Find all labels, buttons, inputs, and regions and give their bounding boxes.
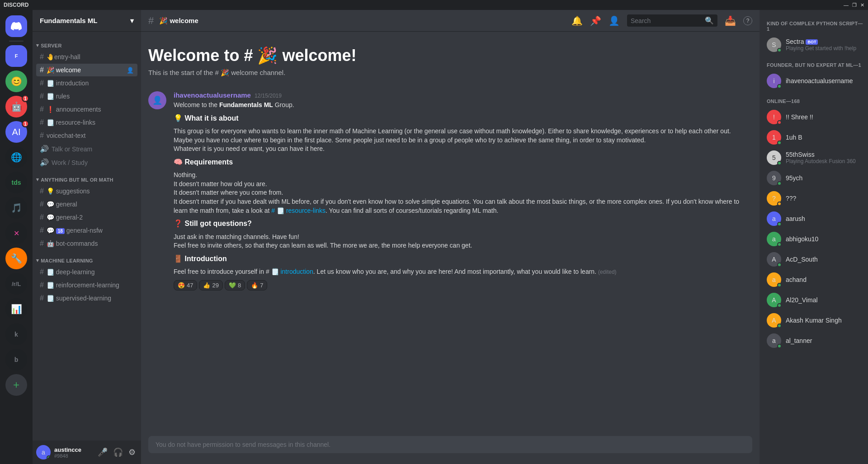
maximize-button[interactable]: ❐ [852, 2, 857, 8]
channel-hash-icon: # [40, 53, 44, 61]
search-icon: 🔍 [705, 16, 714, 25]
channel-supervised-learning[interactable]: # 🗒️ supervised-learning [36, 292, 137, 305]
channel-voicechat-text[interactable]: # voicechat-text [36, 129, 137, 142]
channel-welcome[interactable]: # 🎉 welcome 👤 [36, 64, 137, 76]
add-server-button[interactable]: + [5, 374, 27, 396]
member-avatar-aarush: a [767, 211, 781, 226]
member-info-abhigoku10: abhigoku10 [786, 235, 861, 243]
reaction-heart-eyes[interactable]: 😍47 [174, 280, 197, 291]
member-al20-vimal[interactable]: A Al20_Vimal [763, 290, 864, 310]
server-icon-2[interactable]: 😊 [5, 70, 27, 92]
user-settings-button[interactable]: ⚙ [127, 445, 137, 459]
members-icon[interactable]: 👤 [609, 15, 620, 26]
member-avatar-abhigoku10: a [767, 232, 781, 246]
channel-talk-or-stream[interactable]: 🔊 Talk or Stream [36, 142, 137, 155]
reaction-fire[interactable]: 🔥7 [247, 280, 267, 291]
server-icon-discord[interactable] [5, 15, 27, 37]
channel-hash-icon-announce: # [40, 105, 44, 113]
search-input[interactable] [631, 17, 701, 24]
category-ml[interactable]: ▾ MACHINE LEARNING [33, 250, 141, 265]
window-controls: — ❐ ✕ [844, 2, 864, 8]
member-qqq[interactable]: ? ??? [763, 188, 864, 208]
welcome-title: Welcome to # 🎉 welcome! [148, 46, 752, 65]
member-name-aarush: aarush [786, 215, 861, 222]
channel-hash-icon-supervised: # [40, 294, 44, 302]
microphone-button[interactable]: 🎤 [96, 445, 109, 459]
help-icon[interactable]: ? [743, 16, 752, 25]
member-shree[interactable]: ! !! Shree !! [763, 107, 864, 127]
member-1uh-b[interactable]: 1 1uh B [763, 127, 864, 147]
channel-announcements[interactable]: # ❗ announcements [36, 103, 137, 116]
special-members-title: KIND OF COMPLEX PYTHON SCRIPT—1 [760, 14, 868, 34]
server-icon-13[interactable]: b [5, 349, 27, 370]
al-tanner-status-dot [777, 344, 782, 348]
close-button[interactable]: ✕ [860, 2, 864, 8]
channel-header: # 🎉 welcome 🔔 📌 👤 🔍 📥 ? [141, 10, 760, 32]
server-icon-8[interactable]: ✕ [5, 222, 27, 244]
member-name-95ych: 95ych [786, 174, 861, 182]
minimize-button[interactable]: — [844, 2, 849, 8]
member-info-achand: achand [786, 276, 861, 283]
member-aarush[interactable]: a aarush [763, 209, 864, 229]
reaction-thumbsup[interactable]: 👍29 [199, 280, 222, 291]
server-icon-9[interactable]: 🔧 [5, 248, 27, 269]
channel-bot-commands[interactable]: # 🤖 bot-commands [36, 237, 137, 250]
ihavenoactual-status-dot [777, 84, 782, 89]
member-acd-south[interactable]: A AcD_South [763, 249, 864, 269]
server-icon-fundamentals[interactable]: F [5, 45, 27, 67]
user-area: a austincce #9848 🎤 🎧 ⚙ [33, 441, 141, 464]
channel-suggestions[interactable]: # 💡 suggestions [36, 185, 137, 197]
member-95ych[interactable]: 9 95ych [763, 168, 864, 188]
server-icon-5[interactable]: 🌐 [5, 146, 27, 168]
member-name-acd-south: AcD_South [786, 256, 861, 263]
channel-hash-icon-intro: # [40, 79, 44, 87]
message-header: ihavenoactualusername 12/15/2019 [174, 91, 752, 99]
channel-resource-links[interactable]: # 🗒️ resource-links [36, 116, 137, 129]
channel-introduction[interactable]: # 🗒️ introduction [36, 77, 137, 89]
channel-voice-icon-talk: 🔊 [40, 145, 49, 153]
reaction-green-heart[interactable]: 💚8 [225, 280, 245, 291]
user-status-dot [47, 455, 51, 459]
channel-general-nsfw[interactable]: # 💬 18 general-nsfw [36, 224, 137, 237]
channel-deep-learning[interactable]: # 🗒️ deep-learning [36, 266, 137, 278]
server-icon-4[interactable]: 1 AI [5, 121, 27, 143]
member-sectra[interactable]: S SectraBOT Playing Get started with !he… [763, 35, 864, 55]
member-al-tanner[interactable]: a al_tanner [763, 331, 864, 351]
introduction-link[interactable]: 🗒️ introduction [271, 268, 313, 275]
channel-rules[interactable]: # 🗒️ rules [36, 90, 137, 103]
server-header[interactable]: Fundamentals ML ▾ [33, 10, 141, 32]
inbox-icon[interactable]: 📥 [725, 15, 736, 26]
category-server[interactable]: ▾ SERVER [33, 35, 141, 50]
pin-icon[interactable]: 📌 [590, 15, 601, 26]
search-bar[interactable]: 🔍 [627, 14, 717, 27]
member-avatar-55thswiss: 5 [767, 150, 781, 165]
channel-reinforcement-learning[interactable]: # 🗒️ reinforcement-learning [36, 279, 137, 291]
channel-entry-hall[interactable]: # 🤚entry-hall [36, 51, 137, 63]
notification-bell-icon[interactable]: 🔔 [571, 15, 583, 26]
member-name-sectra: SectraBOT [786, 38, 861, 45]
member-akash-kumar-singh[interactable]: A Akash Kumar Singh [763, 310, 864, 330]
55thswiss-status-dot [777, 161, 782, 165]
resource-links-link[interactable]: # 🗒️ resource-links [271, 207, 326, 214]
member-name-al-tanner: al_tanner [786, 337, 861, 344]
server-icon-11[interactable]: 📊 [5, 298, 27, 320]
member-55thswiss[interactable]: 5 55thSwiss Playing Autodesk Fusion 360 [763, 148, 864, 168]
channel-sidebar: Fundamentals ML ▾ ▾ SERVER # 🤚entry-hall… [33, 10, 141, 464]
member-status-sectra: Playing Get started with !help [786, 45, 861, 52]
channel-name-general-2: 💬 general-2 [47, 214, 83, 221]
member-ihavenoactual[interactable]: i ihavenoactualusername [763, 71, 864, 91]
category-ml-label: MACHINE LEARNING [41, 258, 93, 263]
server-icon-6[interactable]: tds [5, 172, 27, 193]
member-achand[interactable]: a achand [763, 270, 864, 290]
category-anything[interactable]: ▾ ANYTHING BUT ML OR MATH [33, 169, 141, 184]
headphones-button[interactable]: 🎧 [111, 445, 125, 459]
server-icon-12[interactable]: k [5, 323, 27, 345]
channel-hash-icon-voicechat: # [40, 131, 44, 140]
channel-general-2[interactable]: # 💬 general-2 [36, 211, 137, 224]
server-icon-3[interactable]: 1 🤖 [5, 96, 27, 117]
channel-general[interactable]: # 💬 general [36, 198, 137, 211]
channel-work-study[interactable]: 🔊 Work / Study [36, 156, 137, 169]
member-abhigoku10[interactable]: a abhigoku10 [763, 229, 864, 249]
server-icon-10[interactable]: /r/L [5, 273, 27, 295]
server-icon-7[interactable]: 🎵 [5, 197, 27, 219]
